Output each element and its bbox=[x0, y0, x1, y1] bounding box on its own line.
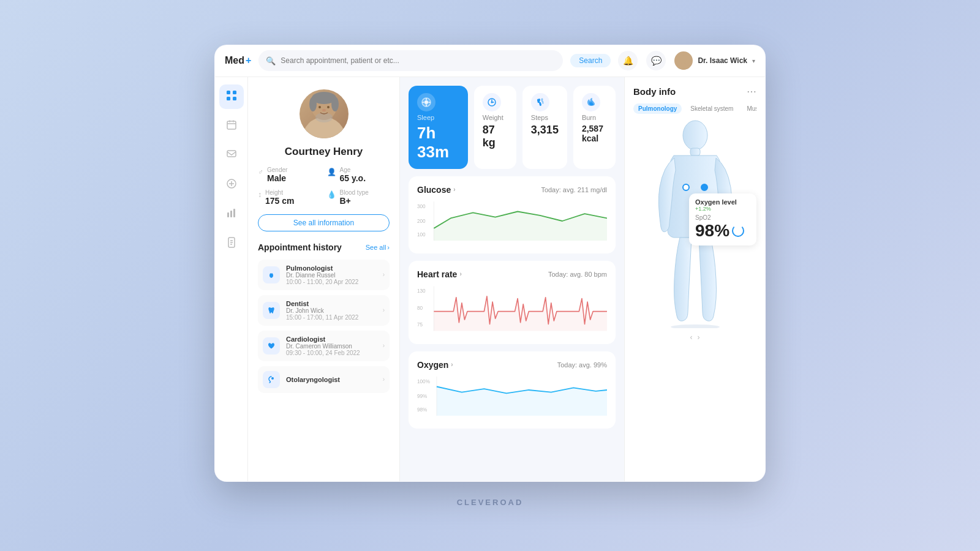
sidebar-item-add[interactable] bbox=[219, 173, 244, 197]
glucose-chart-sub: Today: avg. 211 mg/dl bbox=[541, 186, 607, 193]
analytics-icon bbox=[226, 208, 237, 221]
weight-value: 87 kg bbox=[483, 124, 508, 149]
steps-card: Steps 3,315 bbox=[522, 86, 567, 169]
oxygen-chart-svg: 100% 99% 98% bbox=[417, 375, 607, 418]
svg-rect-3 bbox=[233, 91, 236, 94]
heart-rate-chart-title[interactable]: Heart rate › bbox=[417, 269, 462, 279]
charts-panel: Sleep 7h 33m bbox=[400, 77, 624, 481]
next-arrow-icon[interactable]: › bbox=[698, 333, 700, 342]
svg-rect-10 bbox=[227, 151, 236, 157]
grid-icon bbox=[226, 90, 237, 103]
oxygen-value: 98% bbox=[695, 221, 729, 241]
appointment-history-title: Appointment history bbox=[258, 242, 342, 252]
search-input[interactable] bbox=[281, 56, 556, 65]
burn-value: 2,587 kcal bbox=[582, 124, 607, 143]
brand-logo[interactable]: Med + bbox=[225, 55, 251, 66]
notifications-button[interactable]: 🔔 bbox=[618, 51, 638, 70]
apt-item-pulmonologist[interactable]: Pulmonologist Dr. Dianne Russel 10:00 - … bbox=[258, 260, 390, 290]
svg-point-0 bbox=[680, 55, 687, 62]
svg-text:98%: 98% bbox=[417, 407, 427, 412]
svg-point-60 bbox=[701, 184, 707, 190]
dentist-icon bbox=[263, 302, 280, 319]
messages-button[interactable]: 💬 bbox=[646, 51, 666, 70]
burn-icon-wrap bbox=[582, 93, 600, 111]
patient-panel: Courtney Henry ♂ Gender Male bbox=[248, 77, 400, 481]
patient-name: Courtney Henry bbox=[258, 146, 390, 158]
height-icon: ↕ bbox=[258, 190, 262, 199]
heart-rate-arrow-icon: › bbox=[459, 271, 461, 277]
sidebar-item-calendar[interactable] bbox=[219, 114, 244, 138]
calendar-icon bbox=[226, 119, 237, 133]
oxygen-level-badge: Oxygen level +1.2% SpO2 98% bbox=[689, 193, 756, 246]
svg-text:130: 130 bbox=[417, 288, 426, 294]
svg-rect-15 bbox=[230, 211, 232, 217]
svg-rect-4 bbox=[227, 97, 230, 100]
more-options-button[interactable]: ⋯ bbox=[747, 86, 756, 97]
svg-rect-5 bbox=[233, 97, 236, 100]
weight-icon-wrap bbox=[483, 93, 501, 111]
search-bar[interactable]: 🔍 bbox=[258, 50, 563, 71]
svg-rect-16 bbox=[233, 209, 235, 217]
heart-rate-chart-svg: 130 80 75 bbox=[417, 284, 607, 333]
svg-text:99%: 99% bbox=[417, 393, 427, 399]
burn-label: Burn bbox=[582, 114, 607, 121]
sidebar-item-documents[interactable] bbox=[219, 231, 244, 256]
svg-point-25 bbox=[331, 97, 339, 111]
sidebar-item-messages[interactable] bbox=[219, 143, 244, 168]
brand-plus: + bbox=[246, 55, 251, 66]
svg-text:100%: 100% bbox=[417, 379, 430, 384]
message-icon bbox=[226, 149, 237, 162]
patient-gender-cell: ♂ Gender Male bbox=[258, 167, 321, 183]
apt-item-dentist[interactable]: Dentist Dr. John Wick 15:00 - 17:00, 11 … bbox=[258, 295, 390, 326]
tab-pulmonology[interactable]: Pulmonology bbox=[633, 103, 682, 114]
patient-age-value: 65 y.o. bbox=[340, 173, 366, 183]
body-nav-arrows: ‹ › bbox=[633, 333, 756, 342]
body-figure: Oxygen level +1.2% SpO2 98% bbox=[633, 120, 756, 328]
apt-item-otolaryngologist[interactable]: Otolaryngologist › bbox=[258, 366, 390, 393]
steps-icon-wrap bbox=[531, 93, 549, 111]
oxygen-chart-title[interactable]: Oxygen › bbox=[417, 360, 453, 370]
prev-arrow-icon[interactable]: ‹ bbox=[690, 333, 693, 342]
svg-text:75: 75 bbox=[417, 322, 423, 328]
sleep-label: Sleep bbox=[417, 114, 459, 121]
cleveroad-label: CLEVEROAD bbox=[457, 498, 524, 507]
sleep-value: 7h 33m bbox=[417, 124, 459, 162]
otolaryngologist-icon bbox=[263, 371, 280, 388]
search-button[interactable]: Search bbox=[570, 54, 611, 67]
apt-chevron-icon: › bbox=[383, 271, 385, 278]
svg-text:100: 100 bbox=[417, 231, 426, 237]
svg-point-27 bbox=[318, 106, 321, 108]
svg-rect-14 bbox=[227, 212, 229, 217]
appointment-list: Pulmonologist Dr. Dianne Russel 10:00 - … bbox=[258, 260, 390, 393]
apt-chevron-4-icon: › bbox=[383, 376, 385, 383]
body-tabs: Pulmonology Skeletal system Muscle syste… bbox=[633, 103, 756, 114]
apt-chevron-3-icon: › bbox=[383, 342, 385, 349]
user-profile-button[interactable]: Dr. Isaac Wick ▾ bbox=[674, 51, 755, 70]
plus-icon bbox=[226, 178, 237, 192]
patient-height-cell: ↕ Height 175 cm bbox=[258, 189, 321, 206]
weight-card: Weight 87 kg bbox=[474, 86, 516, 169]
patient-blood-cell: 💧 Blood type B+ bbox=[327, 189, 390, 206]
see-all-info-button[interactable]: See all information bbox=[258, 214, 390, 231]
tab-skeletal[interactable]: Skeletal system bbox=[685, 103, 738, 114]
tab-muscle[interactable]: Muscle system bbox=[742, 103, 756, 114]
sidebar-item-analytics[interactable] bbox=[219, 202, 244, 227]
oxygen-chart-sub: Today: avg. 99% bbox=[557, 361, 607, 369]
age-icon: 👤 bbox=[327, 168, 336, 176]
sidebar-item-dashboard[interactable] bbox=[219, 84, 244, 109]
see-all-appointments-link[interactable]: See all › bbox=[366, 244, 390, 251]
apt-item-cardiologist[interactable]: Cardiologist Dr. Cameron Williamson 09:3… bbox=[258, 331, 390, 361]
glucose-chart-title[interactable]: Glucose › bbox=[417, 185, 456, 195]
oxygen-spin-icon bbox=[732, 225, 744, 237]
svg-point-29 bbox=[322, 109, 326, 111]
svg-point-59 bbox=[683, 184, 689, 190]
gender-icon: ♂ bbox=[258, 168, 263, 176]
burn-card: Burn 2,587 kcal bbox=[573, 86, 616, 169]
svg-point-31 bbox=[271, 377, 274, 380]
search-icon: 🔍 bbox=[266, 56, 276, 66]
oxygen-arrow-icon: › bbox=[451, 361, 453, 368]
svg-text:80: 80 bbox=[417, 305, 423, 310]
oxygen-level-title: Oxygen level bbox=[695, 198, 750, 206]
svg-point-1 bbox=[677, 63, 690, 70]
svg-rect-2 bbox=[227, 91, 230, 94]
